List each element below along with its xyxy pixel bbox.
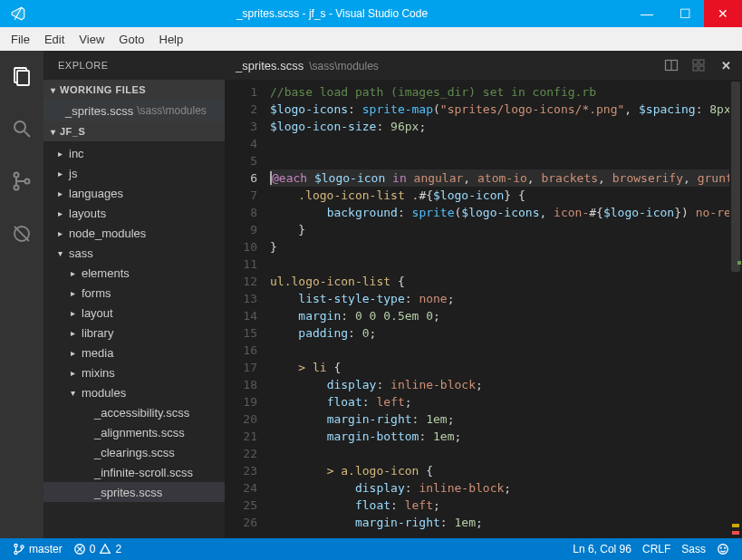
tree-folder-item[interactable]: ▾modules xyxy=(43,382,225,402)
git-branch-status[interactable]: master xyxy=(7,538,68,560)
code-line[interactable]: $logo-icon-size: 96px; xyxy=(270,118,742,135)
code-line[interactable] xyxy=(270,152,742,169)
tree-item-label: mixins xyxy=(82,366,115,380)
svg-point-21 xyxy=(718,545,728,555)
tree-folder-item[interactable]: ▸languages xyxy=(43,183,225,203)
feedback-icon[interactable] xyxy=(711,538,735,560)
chevron-right-icon: ▸ xyxy=(54,149,65,159)
tree-folder-item[interactable]: ▾sass xyxy=(43,243,225,263)
code-line[interactable]: margin-right: 1em; xyxy=(270,514,742,531)
maximize-button[interactable]: ☐ xyxy=(666,0,704,27)
sidebar-title: EXPLORE xyxy=(43,51,225,80)
explorer-icon[interactable] xyxy=(0,58,43,94)
code-editor[interactable]: 1234567891011121314151617181920212223242… xyxy=(225,80,742,538)
search-icon[interactable] xyxy=(0,111,43,147)
tree-folder-item[interactable]: ▸layout xyxy=(43,303,225,323)
tree-folder-item[interactable]: ▸node_modules xyxy=(43,223,225,243)
language-mode-status[interactable]: Sass xyxy=(676,538,711,560)
tab-filename: _sprites.scss xyxy=(236,59,304,72)
code-line[interactable]: margin: 0 0 0.5em 0; xyxy=(270,307,742,324)
eol-status[interactable]: CRLF xyxy=(637,538,676,560)
code-content[interactable]: //base load path (images_dir) set in con… xyxy=(265,80,742,538)
git-icon[interactable] xyxy=(0,163,43,199)
menu-item-help[interactable]: Help xyxy=(152,31,191,48)
chevron-right-icon: ▸ xyxy=(54,228,65,238)
tree-item-label: library xyxy=(82,326,113,340)
menu-item-goto[interactable]: Goto xyxy=(111,31,151,48)
code-line[interactable]: display: inline-block; xyxy=(270,479,742,497)
code-line[interactable]: display: inline-block; xyxy=(270,376,742,393)
code-line[interactable]: list-style-type: none; xyxy=(270,290,742,307)
code-line[interactable]: } xyxy=(270,221,742,238)
code-line[interactable]: margin-bottom: 1em; xyxy=(270,428,742,445)
code-line[interactable]: float: left; xyxy=(270,497,742,514)
menu-item-file[interactable]: File xyxy=(4,31,37,48)
error-count: 0 xyxy=(90,543,96,555)
code-line[interactable]: .logo-icon-list .#{$logo-icon} { xyxy=(270,187,742,204)
line-number: 12 xyxy=(225,273,257,290)
tree-item-label: _accessibility.scss xyxy=(94,406,189,420)
close-button[interactable]: ✕ xyxy=(704,0,742,27)
working-files-header[interactable]: ▾ WORKING FILES xyxy=(43,80,225,100)
code-line[interactable]: } xyxy=(270,238,742,256)
code-line[interactable]: @each $logo-icon in angular, atom-io, br… xyxy=(270,169,742,187)
tree-folder-item[interactable]: ▸mixins xyxy=(43,362,225,382)
code-line[interactable] xyxy=(270,445,742,462)
project-header[interactable]: ▾ JF_S xyxy=(43,121,225,141)
problems-status[interactable]: 0 2 xyxy=(68,538,127,560)
code-line[interactable]: > a.logo-icon { xyxy=(270,462,742,479)
working-file-item[interactable]: _sprites.scss\sass\modules xyxy=(43,100,225,121)
tree-file-item[interactable]: _alignments.scss xyxy=(43,422,225,442)
editor-tab[interactable]: _sprites.scss \sass\modules xyxy=(236,59,379,72)
tree-file-item[interactable]: _sprites.scss xyxy=(43,482,225,502)
tree-file-item[interactable]: _clearings.scss xyxy=(43,442,225,462)
tree-folder-item[interactable]: ▸media xyxy=(43,343,225,362)
tree-file-item[interactable]: _accessibility.scss xyxy=(43,402,225,422)
line-number: 17 xyxy=(225,359,257,376)
chevron-right-icon: ▸ xyxy=(54,169,65,179)
code-line[interactable]: padding: 0; xyxy=(270,324,742,342)
code-line[interactable]: //base load path (images_dir) set in con… xyxy=(270,83,742,101)
code-line[interactable] xyxy=(270,256,742,273)
scrollbar-slider[interactable] xyxy=(731,82,740,272)
chevron-right-icon: ▸ xyxy=(54,208,65,218)
tree-folder-item[interactable]: ▸elements xyxy=(43,263,225,283)
more-actions-icon[interactable] xyxy=(689,56,708,74)
code-line[interactable]: $logo-icons: sprite-map("sprites/logo-ic… xyxy=(270,101,742,118)
code-line[interactable]: > li { xyxy=(270,359,742,376)
tree-item-label: _sprites.scss xyxy=(94,486,162,499)
line-number: 8 xyxy=(225,204,257,221)
activity-bar xyxy=(0,51,43,538)
menu-item-edit[interactable]: Edit xyxy=(37,31,72,48)
tree-folder-item[interactable]: ▸inc xyxy=(43,143,225,163)
overview-ruler[interactable] xyxy=(729,80,742,538)
debug-icon[interactable] xyxy=(0,216,43,252)
window-controls: — ☐ ✕ xyxy=(628,0,742,27)
tree-folder-item[interactable]: ▸forms xyxy=(43,283,225,303)
code-line[interactable] xyxy=(270,135,742,152)
tree-folder-item[interactable]: ▸library xyxy=(43,323,225,343)
split-editor-icon[interactable] xyxy=(662,56,680,74)
tree-folder-item[interactable]: ▸layouts xyxy=(43,203,225,223)
chevron-right-icon: ▸ xyxy=(67,368,78,378)
chevron-down-icon: ▾ xyxy=(47,127,60,137)
tree-folder-item[interactable]: ▸js xyxy=(43,163,225,183)
line-number: 15 xyxy=(225,324,257,342)
code-line[interactable] xyxy=(270,342,742,359)
title-bar: _sprites.scss - jf_s - Visual Studio Cod… xyxy=(0,0,742,27)
code-line[interactable]: background: sprite($logo-icons, icon-#{$… xyxy=(270,204,742,221)
minimize-button[interactable]: — xyxy=(628,0,666,27)
cursor-position-status[interactable]: Ln 6, Col 96 xyxy=(567,538,637,560)
svg-point-23 xyxy=(725,547,726,548)
svg-point-22 xyxy=(720,547,721,548)
code-line[interactable]: float: left; xyxy=(270,393,742,410)
explorer-sidebar: EXPLORE ▾ WORKING FILES _sprites.scss\sa… xyxy=(43,51,225,538)
code-line[interactable]: margin-right: 1em; xyxy=(270,410,742,428)
menu-item-view[interactable]: View xyxy=(72,31,111,48)
close-editor-icon[interactable]: ✕ xyxy=(717,56,735,74)
tree-file-item[interactable]: _infinite-scroll.scss xyxy=(43,462,225,482)
code-line[interactable]: ul.logo-icon-list { xyxy=(270,273,742,290)
svg-point-16 xyxy=(14,551,17,554)
svg-rect-11 xyxy=(693,60,698,64)
file-tree[interactable]: ▸inc▸js▸languages▸layouts▸node_modules▾s… xyxy=(43,141,225,538)
